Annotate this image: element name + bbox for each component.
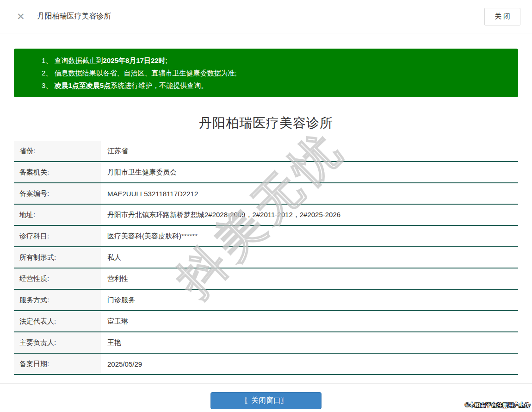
table-row: 地址:丹阳市丹北镇东环路新桥梦想城2#2028-2009，2#2011-2012… — [14, 205, 518, 226]
table-row: 服务方式:门诊服务 — [14, 290, 518, 311]
copyright-label: ©本图由平台注册用户上传 — [465, 401, 530, 409]
close-button[interactable]: 关 闭 — [484, 8, 520, 25]
close-x-icon[interactable]: ✕ — [17, 12, 25, 21]
row-label: 经营性质: — [14, 268, 101, 289]
row-value: 江苏省 — [101, 141, 518, 161]
table-row: 备案机关:丹阳市卫生健康委员会 — [14, 162, 518, 183]
header-title: 丹阳柏瑞医疗美容诊所 — [37, 12, 111, 21]
close-window-button[interactable]: 〖关闭窗口〗 — [210, 392, 322, 409]
clinic-info-page: ✕ 丹阳柏瑞医疗美容诊所 关 闭 1、 查询数据截止到2025年8月17日22时… — [0, 0, 532, 412]
table-row: 备案日期:2025/05/29 — [14, 354, 518, 375]
row-label: 主要负责人: — [14, 332, 101, 353]
row-value: 私人 — [101, 247, 518, 268]
row-label: 地址: — [14, 205, 101, 225]
row-label: 备案日期: — [14, 354, 101, 374]
row-value: 医疗美容科(美容皮肤科)****** — [101, 226, 518, 246]
table-row: 所有制形式:私人 — [14, 247, 518, 268]
row-label: 服务方式: — [14, 290, 101, 310]
row-label: 省份: — [14, 141, 101, 161]
notice-line: 2、 信息数据结果以各省、自治区、直辖市卫生健康委数据为准; — [42, 67, 509, 79]
row-label: 所有制形式: — [14, 247, 101, 268]
row-value: 2025/05/29 — [101, 354, 518, 374]
table-row: 省份:江苏省 — [14, 141, 518, 162]
notice-box: 1、 查询数据截止到2025年8月17日22时;2、 信息数据结果以各省、自治区… — [14, 49, 518, 97]
row-value: 宦玉琳 — [101, 311, 518, 331]
row-value: 营利性 — [101, 268, 518, 289]
row-value: 王艳 — [101, 332, 518, 353]
info-table: 省份:江苏省备案机关:丹阳市卫生健康委员会备案编号:MAE2UULL532118… — [14, 141, 518, 375]
page-title: 丹阳柏瑞医疗美容诊所 — [0, 114, 532, 132]
header-bar: ✕ 丹阳柏瑞医疗美容诊所 关 闭 — [0, 0, 532, 33]
notice-line: 3、 凌晨1点至凌晨5点系统进行维护，不能提供查询。 — [42, 79, 509, 92]
row-label: 备案机关: — [14, 162, 101, 182]
row-label: 备案编号: — [14, 183, 101, 204]
row-value: 丹阳市丹北镇东环路新桥梦想城2#2028-2009，2#2011-2012，2#… — [101, 205, 518, 225]
row-value: 丹阳市卫生健康委员会 — [101, 162, 518, 182]
divider — [0, 383, 532, 384]
row-label: 法定代表人: — [14, 311, 101, 331]
row-value: 门诊服务 — [101, 290, 518, 310]
row-value: MAE2UULL532118117D2212 — [101, 183, 518, 204]
notice-list: 1、 查询数据截止到2025年8月17日22时;2、 信息数据结果以各省、自治区… — [42, 54, 509, 92]
row-label: 诊疗科目: — [14, 226, 101, 246]
table-row: 诊疗科目:医疗美容科(美容皮肤科)****** — [14, 226, 518, 247]
table-row: 经营性质:营利性 — [14, 268, 518, 290]
notice-line: 1、 查询数据截止到2025年8月17日22时; — [42, 54, 509, 67]
table-row: 法定代表人:宦玉琳 — [14, 311, 518, 332]
table-row: 备案编号:MAE2UULL532118117D2212 — [14, 183, 518, 205]
table-row: 主要负责人:王艳 — [14, 332, 518, 354]
